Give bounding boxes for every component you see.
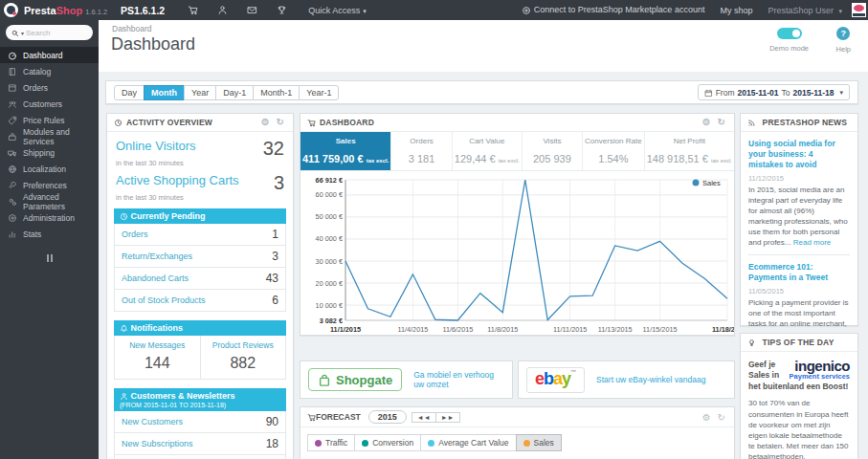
sidebar-collapse-button[interactable] xyxy=(0,254,99,262)
range-button-day[interactable]: Day xyxy=(114,85,145,100)
forecast-toggle-traffic[interactable]: Traffic xyxy=(307,434,355,451)
range-button-year-1[interactable]: Year-1 xyxy=(299,85,339,100)
gauge-icon xyxy=(8,51,17,60)
bulb-icon xyxy=(747,339,756,347)
bag-icon xyxy=(318,374,331,387)
users-icon xyxy=(8,99,17,109)
sidebar-item-catalog[interactable]: Catalog xyxy=(0,63,99,79)
date-range-picker[interactable]: From 2015-11-01 To 2015-11-18 ▾ xyxy=(698,84,850,99)
svg-text:Sales: Sales xyxy=(702,179,721,187)
help-button[interactable]: ? Help xyxy=(836,27,851,54)
cart-icon xyxy=(307,119,316,127)
sidebar-item-advanced-parameters[interactable]: Advanced Parameters xyxy=(0,193,99,209)
topbar-person-button[interactable] xyxy=(208,5,237,16)
demo-mode-toggle[interactable] xyxy=(777,28,802,39)
panel-settings-icon[interactable]: ⚙ xyxy=(702,117,713,127)
sidebar-item-administration[interactable]: Administration xyxy=(0,209,99,226)
active-carts-value: 3 xyxy=(274,173,284,192)
sidebar-item-dashboard[interactable]: Dashboard xyxy=(0,47,99,63)
envelope-icon xyxy=(247,5,257,15)
chevron-down-icon: ▾ xyxy=(839,89,843,97)
svg-text:40 000 €: 40 000 € xyxy=(316,234,343,243)
prestashop-logo[interactable] xyxy=(4,3,18,17)
shopgate-logo[interactable]: Shopgate xyxy=(308,368,402,391)
shopgate-link[interactable]: Ga mobiel en verhoog uw omzet xyxy=(413,370,504,389)
svg-text:11/18/201: 11/18/201 xyxy=(712,325,734,334)
ebay-link[interactable]: Start uw eBay-winkel vandaag xyxy=(596,375,705,384)
notification-cell[interactable]: Product Reviews882 xyxy=(200,336,286,379)
list-item[interactable]: Orders1 xyxy=(115,224,285,246)
list-item[interactable]: New Customers90 xyxy=(115,411,285,433)
quick-access-menu[interactable]: Quick Access▾ xyxy=(308,6,367,15)
kpi-conversion-rate[interactable]: Conversion Rate1.54% xyxy=(583,132,645,170)
topbar-envelope-button[interactable] xyxy=(237,5,267,16)
sidebar-item-modules-and-services[interactable]: Modules and Services xyxy=(0,128,99,144)
kpi-visits[interactable]: Visits205 939 xyxy=(523,132,583,170)
topbar-trophy-button[interactable] xyxy=(267,5,297,16)
panel-refresh-icon[interactable]: ↻ xyxy=(277,117,286,127)
ebay-logo[interactable]: ebay™ xyxy=(526,367,585,393)
panel-refresh-icon[interactable]: ↻ xyxy=(718,117,727,127)
range-button-month[interactable]: Month xyxy=(144,85,185,100)
news-article-date: 11/12/2015 xyxy=(748,174,850,183)
kpi-cart-value[interactable]: Cart Value129,44 € tax excl. xyxy=(453,132,523,170)
list-item[interactable]: Abandoned Carts43 xyxy=(115,268,285,290)
bell-icon xyxy=(120,324,128,333)
page-header: Dashboard Dashboard Demo mode ? Help xyxy=(99,20,868,72)
online-visitors-link[interactable]: Online Visitors xyxy=(116,139,263,153)
link-icon xyxy=(522,6,531,15)
sidebar-item-stats[interactable]: Stats xyxy=(0,226,99,242)
svg-text:3 082 €: 3 082 € xyxy=(320,317,343,325)
kpi-net-profit[interactable]: Net Profit148 918,51 € tax excl. xyxy=(645,132,734,170)
kpi-sales[interactable]: Sales411 759,00 € tax excl. xyxy=(300,132,391,170)
tag-icon xyxy=(8,116,17,125)
panel-refresh-icon[interactable]: ↻ xyxy=(718,412,727,423)
list-item[interactable]: Out of Stock Products6 xyxy=(115,290,285,311)
list-item[interactable]: New Subscriptions18 xyxy=(115,433,285,455)
page-title: Dashboard xyxy=(111,34,195,55)
sidebar-item-price-rules[interactable]: Price Rules xyxy=(0,112,99,128)
trophy-icon xyxy=(277,5,287,15)
range-button-month-1[interactable]: Month-1 xyxy=(253,85,300,100)
notifications-section: Notifications New Messages144Product Rev… xyxy=(114,320,286,380)
sidebar: ▾ DashboardCatalogOrdersCustomersPrice R… xyxy=(0,20,99,459)
sidebar-item-customers[interactable]: Customers xyxy=(0,96,99,112)
notification-cell[interactable]: New Messages144 xyxy=(115,336,200,379)
avatar[interactable] xyxy=(852,3,866,17)
active-carts-link[interactable]: Active Shopping Carts xyxy=(116,173,274,187)
search-input[interactable] xyxy=(26,29,76,37)
my-shop-link[interactable]: My shop xyxy=(720,6,752,15)
forecast-year[interactable]: 2015 xyxy=(368,410,407,424)
globe-icon xyxy=(8,164,17,174)
kpi-orders[interactable]: Orders3 181 xyxy=(391,132,452,170)
list-item[interactable]: Total Subscribers1308 xyxy=(115,455,285,459)
read-more-link[interactable]: Read more xyxy=(793,238,832,247)
forecast-toggle-average-cart-value[interactable]: Average Cart Value xyxy=(420,434,516,451)
forecast-prev-button[interactable]: ◄◄ xyxy=(412,412,436,423)
customers-newsletters-section: Customers & Newsletters(FROM 2015-11-01 … xyxy=(114,388,286,459)
forecast-toggle-sales[interactable]: Sales xyxy=(516,434,562,451)
version-label: 1.6.1.2 xyxy=(85,8,107,16)
topbar-cart-button[interactable] xyxy=(178,5,208,16)
panel-settings-icon[interactable]: ⚙ xyxy=(702,412,713,423)
breadcrumb: Dashboard xyxy=(112,24,152,33)
news-article-title[interactable]: Using social media for your business: 4 … xyxy=(748,139,850,170)
sidebar-item-shipping[interactable]: Shipping xyxy=(0,144,99,161)
chevron-down-icon: ▾ xyxy=(21,30,24,36)
range-button-day-1[interactable]: Day-1 xyxy=(215,85,254,100)
panel-settings-icon[interactable]: ⚙ xyxy=(261,117,272,127)
marketplace-connect-link[interactable]: Connect to PrestaShop Marketplace accoun… xyxy=(522,5,704,15)
sidebar-item-preferences[interactable]: Preferences xyxy=(0,177,99,193)
sidebar-item-localization[interactable]: Localization xyxy=(0,161,99,177)
forecast-toggle-conversion[interactable]: Conversion xyxy=(354,434,421,451)
ingenico-logo[interactable]: ingenico Payment services xyxy=(781,360,850,380)
cart-icon xyxy=(188,5,198,15)
news-article-title[interactable]: Ecommerce 101: Payments in a Tweet xyxy=(748,262,850,283)
forecast-next-button[interactable]: ►► xyxy=(435,412,460,423)
range-button-year[interactable]: Year xyxy=(184,85,216,100)
list-item[interactable]: Return/Exchanges3 xyxy=(115,246,285,268)
sidebar-search[interactable]: ▾ xyxy=(6,25,93,40)
user-menu[interactable]: PrestaShop User ▾ xyxy=(768,6,842,15)
news-article: Using social media for your business: 4 … xyxy=(748,139,850,248)
sidebar-item-orders[interactable]: Orders xyxy=(0,79,99,96)
